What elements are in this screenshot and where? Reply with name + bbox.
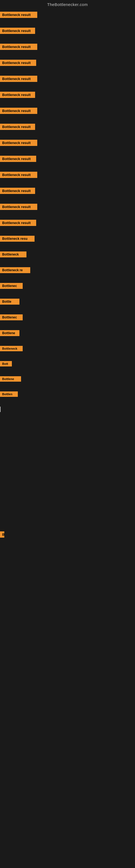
list-item[interactable]: Bottlen (0, 390, 135, 405)
list-item[interactable]: Bottleneck (0, 250, 135, 266)
site-header: TheBottlenecker.com (0, 0, 135, 10)
list-item[interactable]: Bottlenec (0, 313, 135, 329)
bottleneck-badge[interactable]: Bottleneck result (0, 60, 36, 66)
site-title: TheBottlenecker.com (47, 2, 88, 7)
bottleneck-badge[interactable]: Bottleneck result (0, 12, 37, 18)
list-item[interactable]: Bottlene (0, 329, 135, 344)
list-item[interactable]: B (0, 530, 135, 547)
bottleneck-badge[interactable]: Bottleneck re (0, 267, 30, 273)
bottleneck-badge[interactable]: Bottleneck result (0, 220, 36, 226)
list-item[interactable]: Bottleneck result (0, 42, 135, 58)
bottleneck-badge[interactable]: Bottleneck result (0, 108, 37, 114)
list-item[interactable]: Bottleneck resu (0, 234, 135, 250)
bottleneck-badge[interactable]: Bottlene (0, 376, 21, 382)
bottleneck-badge[interactable]: Bottle (0, 299, 19, 305)
list-item[interactable]: Bottleneck result (0, 106, 135, 122)
bottleneck-badge[interactable]: Bottlenec (0, 314, 23, 320)
bottleneck-badge[interactable]: Bottlen (0, 392, 18, 397)
list-item[interactable]: Bottleneck re (0, 266, 135, 281)
list-item[interactable]: Bottleneck result (0, 170, 135, 186)
cursor-indicator (0, 405, 135, 421)
list-item[interactable]: Bottleneck result (0, 122, 135, 138)
bottleneck-list: Bottleneck result Bottleneck result Bott… (0, 10, 135, 710)
empty-space-1 (0, 421, 135, 530)
bottleneck-badge[interactable]: Bottleneck result (0, 140, 37, 146)
list-item[interactable]: Bottleneck result (0, 26, 135, 42)
cursor-line (0, 407, 1, 412)
bottleneck-badge[interactable]: Bottleneck resu (0, 236, 35, 242)
empty-space-2 (0, 547, 135, 710)
list-item[interactable]: Bottleneck result (0, 58, 135, 74)
list-item[interactable]: Bottleneck result (0, 10, 135, 26)
bottleneck-badge[interactable]: Bottleneck result (0, 188, 35, 194)
list-item[interactable]: Bottleneck result (0, 154, 135, 170)
bottleneck-badge[interactable]: Bottleneck result (0, 76, 37, 82)
bottleneck-badge[interactable]: Bottleneck result (0, 172, 37, 178)
list-item[interactable]: Bottlene (0, 375, 135, 390)
bottleneck-badge[interactable]: Bottleneck result (0, 124, 35, 130)
bottleneck-badge[interactable]: Bottleneck (0, 251, 27, 257)
list-item[interactable]: Bottleneck result (0, 218, 135, 234)
list-item[interactable]: Bottleneck result (0, 90, 135, 106)
bottleneck-badge[interactable]: Bottlene (0, 330, 19, 336)
list-item[interactable]: Bottleneck result (0, 186, 135, 202)
bottleneck-badge[interactable]: Bottleneck result (0, 204, 37, 210)
bottleneck-badge[interactable]: Bottleneck result (0, 92, 35, 98)
bottleneck-badge[interactable]: Bottleneck (0, 346, 23, 351)
list-item[interactable]: Bottleneck result (0, 138, 135, 154)
bottleneck-badge[interactable]: Bottlenec (0, 283, 23, 289)
bottleneck-badge[interactable]: Bott (0, 361, 12, 367)
bottleneck-badge[interactable]: Bottleneck result (0, 44, 37, 50)
list-item[interactable]: Bottle (0, 297, 135, 313)
list-item[interactable]: Bott (0, 360, 135, 375)
bottleneck-badge[interactable]: Bottleneck result (0, 28, 35, 34)
bottleneck-badge[interactable]: Bottleneck result (0, 156, 36, 162)
list-item[interactable]: Bottleneck result (0, 74, 135, 90)
list-item[interactable]: Bottlenec (0, 281, 135, 297)
bottleneck-badge-b[interactable]: B (0, 531, 4, 538)
list-item[interactable]: Bottleneck (0, 344, 135, 360)
list-item[interactable]: Bottleneck result (0, 202, 135, 218)
